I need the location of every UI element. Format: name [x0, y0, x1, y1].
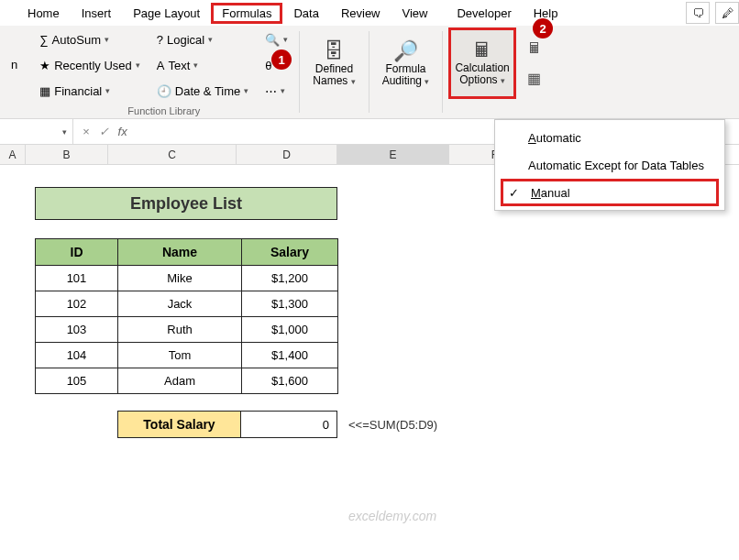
ribbon-tabstrip: Home Insert Page Layout Formulas Data Re…	[0, 0, 739, 26]
enter-icon[interactable]: ✓	[99, 125, 109, 138]
table-row: 105Adam$1,600	[36, 368, 338, 394]
formula-auditing-icon: 🔎	[393, 41, 418, 61]
table-row: 104Tom$1,400	[36, 343, 338, 368]
logical-icon: ?	[157, 33, 163, 47]
calc-option-auto-except[interactable]: Automatic Except for Data Tables	[495, 151, 724, 179]
calculator-icon: 🖩	[472, 40, 492, 60]
total-salary-formula: <<=SUM(D5:D9)	[337, 411, 437, 438]
col-E[interactable]: E	[337, 145, 449, 164]
tab-page-layout[interactable]: Page Layout	[122, 3, 211, 24]
total-salary-label: Total Salary	[117, 411, 241, 438]
calculation-options-button[interactable]: 🖩 CalculationOptions ▾	[448, 27, 515, 99]
calc-option-manual[interactable]: ✓ Manual	[501, 179, 719, 206]
fx-icon[interactable]: fx	[118, 125, 127, 138]
tab-developer[interactable]: Developer	[438, 3, 522, 24]
employee-table: ID Name Salary 101Mike$1,200 102Jack$1,3…	[35, 238, 338, 394]
total-salary-value[interactable]: 0	[241, 411, 337, 438]
header-name: Name	[118, 239, 242, 266]
tab-home[interactable]: Home	[17, 3, 71, 24]
share-button[interactable]: 🖉	[715, 2, 739, 24]
recently-used-button[interactable]: ★Recently Used ▾	[34, 53, 146, 77]
cancel-icon[interactable]: ×	[83, 125, 90, 138]
calculate-now-button[interactable]: 🖩	[522, 36, 547, 61]
lookup-icon: 🔍	[265, 33, 280, 47]
tab-review[interactable]: Review	[330, 3, 392, 24]
sigma-icon: ∑	[39, 33, 48, 47]
watermark: exceldemy.com	[348, 509, 436, 523]
financial-button[interactable]: ▦Financial ▾	[34, 79, 146, 103]
comments-button[interactable]: 🗨	[686, 2, 710, 24]
insert-function-button[interactable]: n	[6, 52, 23, 76]
tab-insert[interactable]: Insert	[71, 3, 123, 24]
check-icon: ✓	[509, 186, 519, 200]
name-box[interactable]: ▾	[0, 119, 73, 144]
sheet-title: Employee List	[35, 187, 337, 220]
logical-button[interactable]: ?Logical ▾	[151, 27, 255, 51]
header-salary: Salary	[242, 239, 338, 266]
step-badge-2: 2	[533, 18, 553, 38]
date-time-button[interactable]: 🕘Date & Time ▾	[151, 79, 255, 103]
tab-view[interactable]: View	[392, 3, 439, 24]
more-functions-button[interactable]: ⋯▾	[259, 79, 293, 103]
col-B[interactable]: B	[26, 145, 108, 164]
table-row: 102Jack$1,300	[36, 291, 338, 317]
calc-option-automatic[interactable]: Automatic	[495, 124, 724, 151]
lookup-button[interactable]: 🔍▾	[259, 27, 293, 51]
table-row: 101Mike$1,200	[36, 266, 338, 291]
table-row: 103Ruth$1,000	[36, 317, 338, 343]
more-icon: ⋯	[265, 84, 277, 98]
calculate-sheet-button[interactable]: ▦	[522, 65, 547, 91]
autosum-button[interactable]: ∑AutoSum ▾	[34, 27, 146, 51]
header-id: ID	[36, 239, 118, 266]
text-button[interactable]: AText ▾	[151, 53, 255, 77]
tab-formulas[interactable]: Formulas	[211, 3, 282, 24]
tab-data[interactable]: Data	[282, 3, 329, 24]
text-icon: A	[157, 59, 165, 72]
formula-auditing-button[interactable]: 🔎 FormulaAuditing ▾	[375, 27, 437, 101]
col-D[interactable]: D	[237, 145, 337, 164]
function-library-label: Function Library	[34, 105, 293, 118]
financial-icon: ▦	[39, 84, 50, 98]
ribbon: n ∑AutoSum ▾ ★Recently Used ▾ ▦Financial…	[0, 26, 739, 119]
col-C[interactable]: C	[108, 145, 237, 164]
clock-icon: 🕘	[157, 84, 171, 98]
star-icon: ★	[39, 59, 50, 72]
step-badge-1: 1	[271, 49, 292, 70]
defined-names-icon: 🗄	[324, 41, 344, 61]
col-A[interactable]: A	[0, 145, 26, 164]
calculation-options-menu: Automatic Automatic Except for Data Tabl…	[494, 119, 725, 211]
defined-names-button[interactable]: 🗄 DefinedNames ▾	[305, 27, 362, 101]
